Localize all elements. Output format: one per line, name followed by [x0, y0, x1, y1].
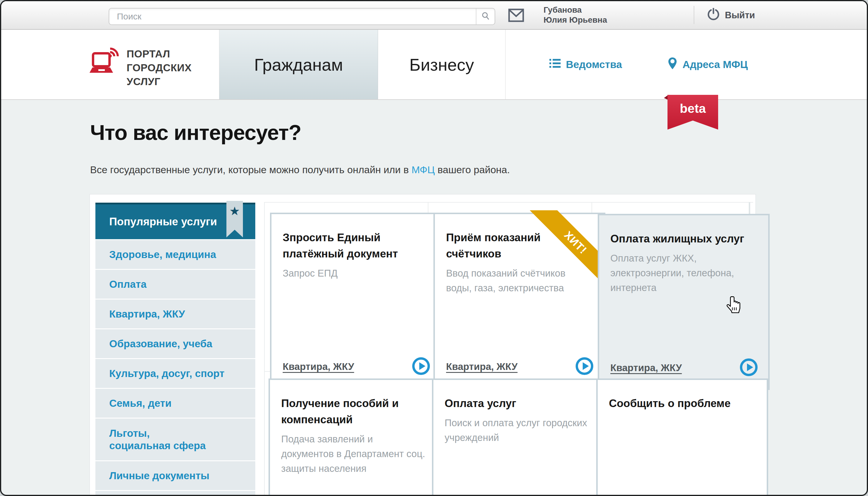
laptop-wifi-icon [90, 47, 119, 77]
sidebar-item-popular[interactable]: Популярные услуги ★ [95, 203, 255, 239]
search-icon [481, 12, 490, 21]
tab-business[interactable]: Бизнесу [378, 30, 506, 99]
grid-line [264, 202, 753, 203]
service-card-benefits[interactable]: Получение пособий и компенсаций Подача з… [269, 378, 441, 496]
mfc-addresses-label: Адреса МФЦ [682, 59, 748, 71]
sidebar-item-label: Оплата [109, 278, 147, 291]
service-card-pay-services[interactable]: Оплата услуг Поиск и оплата услуг городс… [432, 378, 604, 496]
departments-label: Ведомства [566, 59, 622, 71]
tab-citizens-label: Гражданам [254, 55, 343, 75]
card-title: Сообщить о проблеме [609, 395, 756, 412]
portal-screen: Губанова Юлия Юрьевна Выйти [0, 0, 868, 496]
sidebar-item-label: Личные документы [109, 469, 209, 482]
subtitle-text: Все государственные услуги, которые можн… [90, 164, 412, 175]
card-title: Получение пособий и компенсаций [281, 395, 428, 428]
card-title: Оплата услуг [445, 395, 591, 412]
mail-icon[interactable] [508, 9, 524, 23]
tab-business-label: Бизнесу [409, 55, 474, 75]
sidebar-item-benefits[interactable]: Льготы, социальная сфера [95, 419, 255, 460]
departments-link[interactable]: Ведомства [549, 30, 622, 99]
play-icon[interactable] [412, 357, 430, 377]
page-subtitle: Все государственные услуги, которые можн… [90, 164, 510, 175]
card-title: Зпросить Единый платёжный документ [283, 230, 429, 262]
sidebar-item-label: Льготы, социальная сфера [109, 427, 206, 452]
logo-text: ПОРТАЛ ГОРОДСКИХ УСЛУГ [127, 47, 192, 88]
sidebar-item-health[interactable]: Здоровье, медицина [95, 240, 255, 269]
site-header: ПОРТАЛ ГОРОДСКИХ УСЛУГ Гражданам Бизнесу… [1, 30, 867, 100]
play-icon[interactable] [575, 357, 594, 377]
sidebar-item-label: Квартира, ЖКУ [109, 308, 185, 320]
card-title: Оплата жилищных услуг [610, 231, 757, 247]
sidebar-item-payment[interactable]: Оплата [95, 270, 255, 299]
service-card-epd[interactable]: Зпросить Единый платёжный документ Запро… [270, 213, 442, 389]
logout-button[interactable]: Выйти [707, 7, 755, 23]
sidebar-item-next[interactable] [95, 491, 255, 496]
map-pin-icon [668, 57, 677, 72]
sidebar-item-culture[interactable]: Культура, досуг, спорт [95, 359, 255, 388]
beta-badge-label: beta [680, 101, 706, 129]
beta-badge: beta [667, 95, 718, 129]
card-title: Приём показаний счётчиков [446, 230, 593, 262]
list-icon [549, 58, 561, 71]
search-input[interactable] [109, 9, 476, 25]
top-toolbar: Губанова Юлия Юрьевна Выйти [1, 1, 867, 30]
card-subtitle: Оплата услуг ЖКХ, электроэнергии, телефо… [610, 251, 757, 295]
card-subtitle: Ввод показаний счётчиков воды, газа, эле… [446, 266, 593, 295]
service-card-housing-pay[interactable]: Оплата жилищных услуг Оплата услуг ЖКХ, … [598, 214, 770, 390]
sidebar-item-family[interactable]: Семья, дети [95, 389, 255, 418]
card-subtitle: Поиск и оплата услуг городских учреждени… [445, 416, 591, 445]
star-bookmark-icon: ★ [226, 201, 243, 237]
card-category-link[interactable]: Квартира, ЖКУ [283, 361, 354, 372]
toolbar-divider [694, 6, 694, 24]
card-subtitle: Подача заявлений и документов в Департам… [281, 432, 428, 476]
sidebar-item-education[interactable]: Образование, учеба [95, 329, 255, 358]
search-button[interactable] [476, 9, 495, 25]
browser-window: Губанова Юлия Юрьевна Выйти [0, 0, 868, 496]
grid-line [264, 202, 265, 496]
card-category-link[interactable]: Квартира, ЖКУ [446, 361, 518, 372]
tab-citizens[interactable]: Гражданам [219, 30, 378, 99]
user-name[interactable]: Губанова Юлия Юрьевна [543, 5, 607, 25]
subtitle-text-end: вашего района. [435, 164, 510, 175]
sidebar-item-label: Семья, дети [109, 397, 171, 409]
logout-label: Выйти [725, 10, 755, 21]
site-logo[interactable]: ПОРТАЛ ГОРОДСКИХ УСЛУГ [90, 47, 192, 88]
search-box[interactable] [109, 8, 495, 25]
sidebar-item-label: Образование, учеба [109, 338, 212, 350]
page-title: Что вас интересует? [90, 121, 301, 145]
card-subtitle: Запрос ЕПД [283, 266, 429, 281]
card-category-link[interactable]: Квартира, ЖКУ [610, 362, 682, 373]
category-sidebar: Популярные услуги ★ Здоровье, медицина О… [95, 203, 255, 496]
mfc-addresses-link[interactable]: Адреса МФЦ [668, 30, 748, 99]
mfc-inline-link[interactable]: МФЦ [412, 164, 435, 175]
power-icon [707, 8, 720, 23]
sidebar-item-label: Популярные услуги [109, 216, 217, 228]
sidebar-item-documents[interactable]: Личные документы [95, 461, 255, 490]
play-icon[interactable] [739, 358, 758, 378]
sidebar-item-flat[interactable]: Квартира, ЖКУ [95, 299, 255, 328]
services-panel: Популярные услуги ★ Здоровье, медицина О… [90, 194, 756, 496]
service-card-report-problem[interactable]: Сообщить о проблеме [596, 378, 768, 496]
service-card-meters[interactable]: Приём показаний счётчиков Ввод показаний… [433, 213, 605, 389]
sidebar-item-label: Здоровье, медицина [109, 248, 216, 261]
sidebar-item-label: Культура, досуг, спорт [109, 367, 224, 379]
